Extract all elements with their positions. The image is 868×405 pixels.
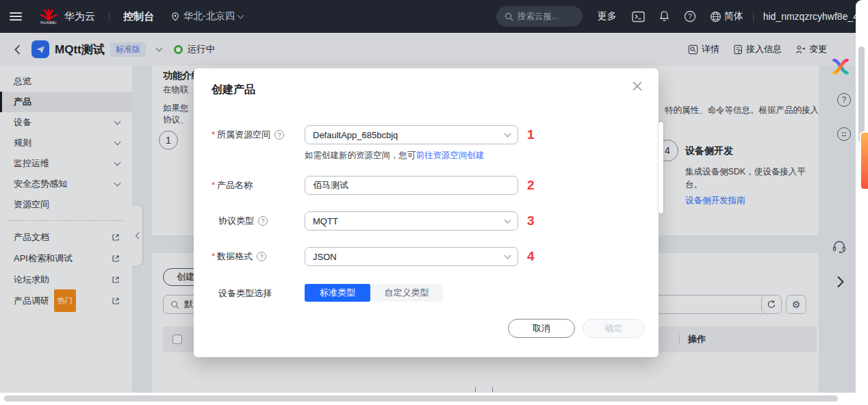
more-menu[interactable]: 更多 xyxy=(598,10,617,23)
device-type-standard-option[interactable]: 标准类型 xyxy=(305,284,370,302)
required-mark: * xyxy=(212,176,215,195)
annotation-3: 3 xyxy=(527,213,535,228)
data-format-select[interactable]: JSON xyxy=(305,247,518,266)
cancel-button[interactable]: 取消 xyxy=(508,319,575,338)
console-link[interactable]: 控制台 xyxy=(123,10,154,23)
chevron-down-icon xyxy=(505,252,511,259)
field-label-device-type: 设备类型选择 xyxy=(212,284,305,303)
data-format-value: JSON xyxy=(313,252,337,262)
required-mark: * xyxy=(212,247,215,266)
resource-space-select[interactable]: DefaultApp_685bcbjq xyxy=(305,125,518,144)
create-resource-space-link[interactable]: 前往资源空间创建 xyxy=(416,151,485,160)
modal-close-button[interactable] xyxy=(630,79,645,94)
chevron-down-icon xyxy=(505,217,511,224)
required-mark: * xyxy=(212,125,215,144)
notifications-bell-icon[interactable] xyxy=(659,10,670,23)
field-label-text: 产品名称 xyxy=(217,176,253,195)
navbar-divider xyxy=(109,12,110,22)
field-row-product-name: * 产品名称 xyxy=(212,176,305,195)
search-icon xyxy=(505,12,513,21)
huawei-logo[interactable]: HUAWEI xyxy=(40,9,58,25)
chevron-down-icon xyxy=(237,12,244,19)
colorful-x-widget-logo[interactable] xyxy=(832,58,850,75)
field-label-text: 协议类型 xyxy=(218,211,254,231)
huawei-wordmark: HUAWEI xyxy=(40,21,56,25)
field-row-resource-space: * 所属资源空间 ? xyxy=(212,125,305,144)
field-label-resource-space: * 所属资源空间 ? xyxy=(212,125,305,144)
create-product-modal: 创建产品 * 所属资源空间 ? DefaultApp_685bcbjq 如需创建… xyxy=(194,68,659,357)
resource-space-hint: 如需创建新的资源空间，您可前往资源空间创建 xyxy=(305,150,485,161)
screen: HUAWEI 华为云 控制台 华北-北京四 搜索云服... 更多 xyxy=(0,0,868,405)
account-username[interactable]: hid_nmzqzrcyhwf8e_4 xyxy=(763,11,858,22)
language-label: 简体 xyxy=(724,10,743,23)
annotation-1: 1 xyxy=(527,127,535,142)
region-label: 华北-北京四 xyxy=(183,10,235,23)
huawei-flower-icon xyxy=(40,9,58,21)
navbar-divider xyxy=(753,12,754,22)
field-label-text: 所属资源空间 xyxy=(217,125,270,144)
vertical-scrollbar-thumb[interactable] xyxy=(858,47,865,142)
field-row-device-type: 设备类型选择 xyxy=(212,284,305,303)
help-tooltip-icon[interactable]: ? xyxy=(258,216,268,226)
horizontal-scrollbar-thumb[interactable] xyxy=(4,395,838,402)
protocol-value: MQTT xyxy=(313,216,338,226)
language-selector[interactable]: 简体 xyxy=(710,10,743,23)
hamburger-menu-icon[interactable] xyxy=(10,12,22,21)
field-label-text: 数据格式 xyxy=(217,247,253,266)
survey-side-widget[interactable] xyxy=(860,131,868,190)
cli-terminal-icon[interactable] xyxy=(632,11,645,23)
field-row-data-format: * 数据格式 ? xyxy=(212,247,305,266)
annotation-4: 4 xyxy=(527,249,535,264)
help-question-icon[interactable]: ? xyxy=(684,10,696,23)
field-label-data-format: * 数据格式 ? xyxy=(212,247,305,266)
device-type-custom-option[interactable]: 自定义类型 xyxy=(370,284,443,302)
search-placeholder: 搜索云服... xyxy=(518,11,559,23)
globe-icon xyxy=(710,11,722,23)
modal-title: 创建产品 xyxy=(212,83,255,97)
svg-text:?: ? xyxy=(688,13,692,21)
confirm-button[interactable]: 确定 xyxy=(583,319,645,338)
location-pin-icon xyxy=(170,12,180,22)
close-icon xyxy=(632,81,643,92)
help-tooltip-icon[interactable]: ? xyxy=(257,252,266,261)
annotation-2: 2 xyxy=(527,178,535,193)
device-type-segmented-control: 标准类型 自定义类型 xyxy=(305,284,443,302)
help-tooltip-icon[interactable]: ? xyxy=(275,130,284,140)
region-selector[interactable]: 华北-北京四 xyxy=(170,10,243,23)
field-row-protocol: 协议类型 ? xyxy=(212,211,305,231)
modal-scrollbar-thumb[interactable] xyxy=(659,122,663,213)
product-name-input[interactable] xyxy=(305,176,518,195)
field-label-text: 设备类型选择 xyxy=(218,284,272,303)
top-navbar: HUAWEI 华为云 控制台 华北-北京四 搜索云服... 更多 xyxy=(0,0,868,33)
chevron-down-icon xyxy=(505,131,511,138)
field-label-protocol: 协议类型 ? xyxy=(212,211,305,231)
resource-space-value: DefaultApp_685bcbjq xyxy=(313,130,398,140)
hint-text: 如需创建新的资源空间，您可 xyxy=(305,151,416,160)
global-search-input[interactable]: 搜索云服... xyxy=(496,6,583,27)
brand-name[interactable]: 华为云 xyxy=(64,10,95,23)
field-label-product-name: * 产品名称 xyxy=(212,176,305,195)
protocol-select[interactable]: MQTT xyxy=(305,211,518,231)
